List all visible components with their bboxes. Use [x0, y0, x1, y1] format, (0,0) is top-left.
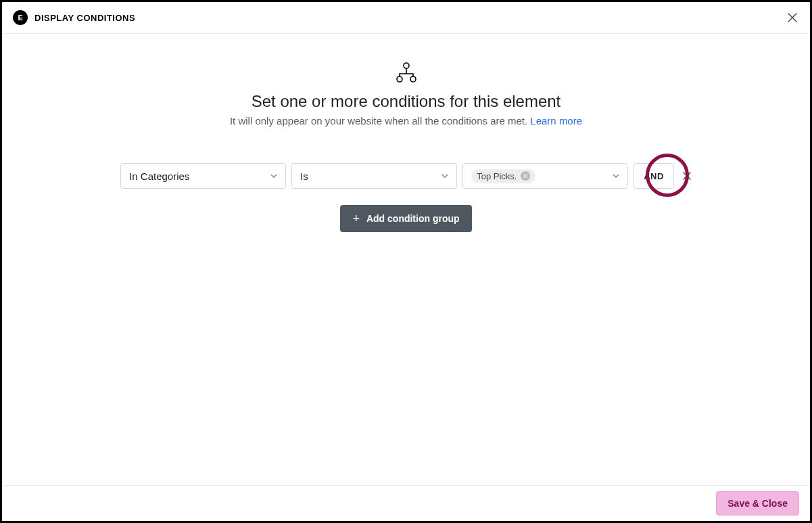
condition-operator-value: Is	[300, 170, 308, 182]
condition-operator-select[interactable]: Is	[291, 163, 457, 189]
hero-sub-text: It will only appear on your website when…	[230, 115, 530, 127]
modal-content: Set one or more conditions for this elem…	[2, 34, 810, 485]
condition-row: In Categories Is Top Picks.	[120, 163, 692, 189]
modal-frame: E DISPLAY CONDITIONS Set one or more con…	[0, 0, 812, 523]
condition-type-select[interactable]: In Categories	[120, 163, 286, 189]
app-logo-icon: E	[13, 10, 28, 25]
hero-subheading: It will only appear on your website when…	[230, 115, 582, 127]
svg-point-0	[404, 63, 409, 68]
caret-down-icon	[270, 174, 277, 178]
condition-value-select[interactable]: Top Picks.	[462, 163, 628, 189]
modal-footer: Save & Close	[2, 485, 810, 521]
add-condition-group-button[interactable]: + Add condition group	[340, 205, 471, 232]
sitemap-icon	[395, 62, 418, 83]
save-close-button[interactable]: Save & Close	[716, 491, 799, 516]
logic-and-button[interactable]: AND	[634, 163, 674, 189]
plus-icon: +	[352, 212, 360, 226]
condition-type-value: In Categories	[129, 170, 189, 182]
learn-more-link[interactable]: Learn more	[530, 115, 582, 127]
add-group-label: Add condition group	[366, 213, 460, 224]
value-chip-label: Top Picks.	[477, 171, 517, 181]
value-chip: Top Picks.	[471, 169, 535, 183]
hero-heading: Set one or more conditions for this elem…	[252, 92, 561, 111]
modal-header: E DISPLAY CONDITIONS	[2, 2, 810, 34]
svg-point-2	[410, 76, 416, 82]
caret-down-icon	[613, 174, 619, 178]
close-icon[interactable]	[786, 11, 799, 24]
modal-title: DISPLAY CONDITIONS	[34, 13, 135, 23]
chip-remove-icon[interactable]	[521, 171, 530, 181]
svg-point-1	[397, 76, 402, 82]
remove-row-icon[interactable]	[682, 171, 692, 181]
caret-down-icon	[441, 174, 448, 178]
